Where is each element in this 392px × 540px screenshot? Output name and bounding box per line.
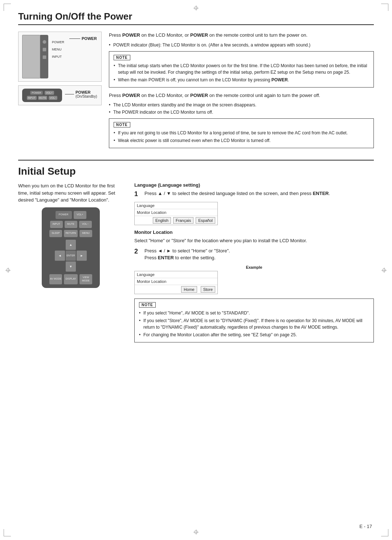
bullet-indicator-off: The POWER indicator on the LCD Monitor t… [109,109,374,115]
note-title-2: NOTE [114,122,130,127]
rl-input-btn: INPUT [50,221,63,228]
rl-sleep-btn: SLEEP [49,230,62,237]
example-label: Example [134,265,374,269]
up-arrow-inline: ▲ [158,191,163,196]
rl-left-btn: ◄ [55,251,65,261]
large-remote: POWER VOL+ INPUT MUTE VOL− SLEEP RETURN … [42,207,100,288]
setup-intro: When you turn on the LCD Monitor for the… [18,182,123,204]
power-off-bold2: POWER [190,93,208,98]
page-number: E - 17 [359,524,372,529]
step2-content: Press ◄ / ► to select "Home" or "Store".… [144,247,374,261]
power-off-para: Press POWER on the LCD Monitor, or POWER… [109,92,374,99]
option-store: Store [201,286,215,293]
standby-text: (On/Standby) [75,94,97,98]
menu-label-item: MENU [52,47,64,52]
panel-labels: POWER MENU INPUT [52,35,64,59]
screen-row-options: English Français Español [135,216,217,225]
rl-enter-btn: ENTER [66,251,76,261]
section1-title: Turning On/Off the Power [18,11,374,25]
ex-row-options: Home Store [135,285,217,294]
power-off-bold1: POWER [122,93,140,98]
step1: 1 Press ▲ / ▼ to select the desired lang… [134,190,374,198]
bullet-power-indicator: POWER indicator (Blue): The LCD Monitor … [109,42,374,48]
remote-bottom-diagram: POWER VOL+ INPUT MUTE VOL− [18,85,102,105]
note-title-setup: NOTE [139,302,156,308]
enter-bold-2: ENTER [158,255,174,260]
step1-content: Press ▲ / ▼ to select the desired langua… [144,190,374,197]
monitor-screen [22,35,40,78]
rl-volplus-btn: VOL+ [74,211,86,219]
power-label-item: POWER [52,40,64,44]
rl-right-btn: ► [77,251,87,261]
step2: 2 Press ◄ / ► to select "Home" or "Store… [134,247,374,261]
monitor-loc-row-label: Monitor Location [137,210,170,215]
input-label-text: INPUT [52,55,62,58]
monitor-panel [40,35,48,78]
note1-item2: When the main POWER is off, you cannot t… [114,77,369,83]
rl-menu-btn: MENU [79,230,92,237]
note-list-2: If you are not going to use this LCD Mon… [114,130,369,144]
note-box-setup: NOTE If you select "Home", AV MODE is se… [134,299,374,342]
monitor-location-heading: Monitor Location [134,230,374,235]
rl-avmode-btn: AV MODE [49,274,62,284]
enter-bold: ENTER [313,191,329,196]
section-divider [18,160,374,161]
ex-row-language: Language [135,271,217,278]
power-label-text: POWER [52,40,64,44]
ex-language-label: Language [137,272,170,277]
page-num-value: 17 [367,524,372,529]
note-list-setup: If you select "Home", AV MODE is set to … [139,310,369,338]
monitor-location-desc: Select "Home" or "Store" for the locatio… [134,237,374,244]
power-bold1: POWER [122,32,140,38]
rl-volminus-btn: VOL− [79,221,92,228]
example-screen: Language Monitor Location Home Store [134,271,218,294]
bullet-standby: The LCD Monitor enters standby and the i… [109,102,374,108]
monitor-side-diagram: POWER MENU INPUT POWER [18,32,102,82]
note-title-1: NOTE [114,55,130,60]
power-button-side [42,40,46,44]
remote-mute-btn: MUTE [38,96,48,100]
power-on-para: Press POWER on the LCD Monitor, or POWER… [109,32,374,39]
remote-volplus-btn: VOL+ [45,91,54,95]
language-heading: Language (Language setting) [134,182,374,188]
note-list-1: The initial setup starts when the LCD Mo… [114,62,369,83]
option-english: English [153,217,171,224]
monitor-side-view [22,35,48,78]
page-num-prefix: E [359,524,363,529]
option-espanol: Español [196,217,215,224]
ex-row-monitor-loc: Monitor Location [135,278,217,285]
down-arrow-inline: ▼ [167,191,171,196]
input-button-side [42,55,46,59]
large-remote-container: POWER VOL+ INPUT MUTE VOL− SLEEP RETURN … [18,207,123,288]
note2-item1: If you are not going to use this LCD Mon… [114,130,369,136]
step2-num: 2 [134,247,142,256]
example-container: Example Language Monitor Location Home S… [134,265,374,294]
remote-volminus-btn: VOL− [49,96,57,100]
section2-title: Initial Setup [18,166,374,177]
rl-down-btn: ▼ [66,261,76,272]
rl-return-btn: RETURN [64,230,78,237]
ex-monitor-loc-label: Monitor Location [137,279,170,284]
input-label-item: INPUT [52,54,64,59]
rl-dpad: ▲ ◄ ENTER ► ▼ [55,240,87,272]
power-on-bullets: POWER indicator (Blue): The LCD Monitor … [109,42,374,48]
remote-power-btn: POWER [30,91,42,95]
note-s2: If you select "Store", AV MODE is set to… [139,317,369,330]
note-box-1: NOTE The initial setup starts when the L… [109,51,374,88]
option-francais: Français [173,217,193,224]
rl-viewmode-btn: VIEW MODE [79,274,92,284]
power-off-bullets: The LCD Monitor enters standby and the i… [109,102,374,115]
screen-row-monitor-loc: Monitor Location [135,209,217,216]
screen-row-language: Language [135,202,217,209]
note2-item2: Weak electric power is still consumed ev… [114,137,369,144]
rl-up-btn: ▲ [66,240,76,250]
menu-label-text: MENU [52,48,62,51]
rl-mute-btn: MUTE [65,221,77,228]
note-s3: For changing the Monitor Location after … [139,332,369,338]
note1-item1: The initial setup starts when the LCD Mo… [114,62,369,76]
rl-power-btn: POWER [56,211,72,219]
menu-button-side [42,48,46,52]
language-screen: Language Monitor Location English França… [134,202,218,225]
power-bold2: POWER [190,32,208,38]
power-standby-label: POWER [75,90,97,94]
